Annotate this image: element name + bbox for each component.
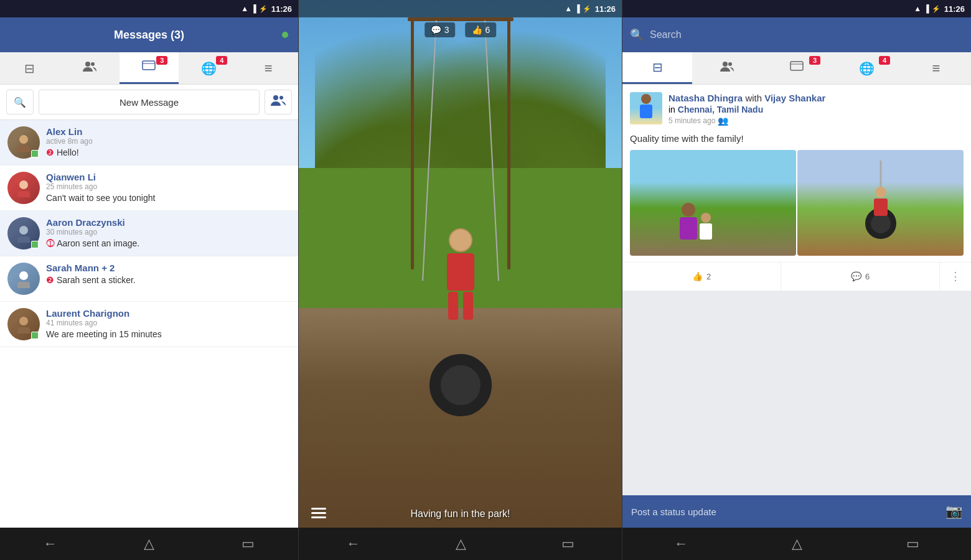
avatar-wrap-qian (7, 172, 40, 204)
recents-button-p1[interactable]: ▭ (229, 531, 267, 557)
tab-messages-p1[interactable]: 3 (120, 52, 179, 84)
swing-post-right (507, 17, 510, 269)
post-img-1[interactable] (630, 150, 796, 256)
recents-button-p3[interactable]: ▭ (894, 531, 932, 557)
back-button-p3[interactable]: ← (662, 531, 700, 557)
signal-icon-p3: ▐ (924, 4, 929, 13)
messages-badge-p1: 3 (156, 56, 167, 65)
avatar-person-sarah (7, 263, 40, 295)
message-item-alex[interactable]: Alex Lin active 8m ago ❷ Hello! (0, 120, 298, 166)
svg-rect-9 (17, 191, 30, 197)
new-message-label: New Message (120, 97, 179, 108)
sender-qian: Qianwen Li (46, 172, 291, 182)
tagged-person: Vijay Shankar (764, 93, 825, 103)
swing-frame (405, 17, 517, 437)
location-prefix: in (668, 105, 678, 114)
back-button-p1[interactable]: ← (31, 531, 70, 557)
svg-rect-2 (143, 61, 155, 70)
photo-fullscreen[interactable]: 💬 3 👍 6 Having fun in the park! (299, 0, 622, 560)
svg-rect-18 (311, 516, 326, 518)
avatar-wrap-sarah (7, 263, 40, 295)
message-item-laurent[interactable]: Laurent Charignon 41 minutes ago We are … (0, 302, 298, 347)
messages-title: Messages (3) (114, 29, 184, 42)
online-indicator-aaron (31, 241, 39, 248)
feed-panel: ▲ ▐ ⚡ 11:26 🔍 ⊟ (622, 0, 971, 560)
wifi-icon-p2: ▲ (565, 4, 572, 13)
post-text: Quality time with the family! (622, 133, 971, 150)
status-update-placeholder[interactable]: Post a status update (631, 506, 945, 517)
time-aaron: 30 minutes ago (46, 228, 291, 236)
status-time-p3: 11:26 (944, 4, 965, 14)
post-actions: 👍 2 💬 6 ⋮ (622, 262, 971, 291)
wifi-icon-p3: ▲ (914, 4, 921, 13)
home-button-p3[interactable]: △ (779, 531, 815, 557)
message-content-sarah: Sarah Mann + 2 ❷ Sarah sent a sticker. (46, 263, 291, 285)
message-content-qian: Qianwen Li 25 minutes ago Can't wait to … (46, 172, 291, 203)
like-action[interactable]: 👍 2 (622, 263, 781, 291)
feed-tab-menu[interactable]: ≡ (901, 52, 971, 84)
svg-rect-17 (311, 512, 326, 514)
post-card: Natasha Dhingra with Vijay Shankar in Ch… (622, 85, 971, 291)
like-icon: 👍 (692, 271, 703, 281)
comment-action[interactable]: 💬 6 (781, 263, 940, 291)
tab-globe-p1[interactable]: 🌐 4 (179, 52, 238, 84)
post-img-2[interactable] (797, 150, 964, 256)
status-bar-panel3: ▲ ▐ ⚡ 11:26 (622, 0, 971, 17)
status-icons-p1: ▲ ▐ ⚡ (241, 4, 267, 13)
sender-sarah: Sarah Mann + 2 (46, 263, 291, 273)
home-icon-p3: ⊟ (652, 60, 663, 75)
tab-menu-p1[interactable]: ≡ (238, 52, 298, 84)
home-button-p2[interactable]: △ (443, 531, 479, 557)
post-time: 5 minutes ago 👥 (668, 116, 964, 126)
error-icon-aaron: ⓵ (46, 238, 57, 248)
online-indicator-alex (31, 150, 39, 157)
feed-tab-globe[interactable]: 🌐 4 (832, 52, 901, 84)
camera-button[interactable]: 📷 (945, 503, 962, 520)
child-leg-left (448, 292, 458, 320)
swing-tire (429, 354, 492, 416)
search-icon-p1: 🔍 (14, 96, 26, 108)
feed-tab-home[interactable]: ⊟ (622, 52, 692, 84)
search-input-p3[interactable] (650, 29, 964, 40)
swing-chain-r (484, 21, 499, 281)
message-item-aaron[interactable]: Aaron Draczynski 30 minutes ago ⓵ Aaron … (0, 211, 298, 256)
back-button-p2[interactable]: ← (334, 531, 373, 557)
child-legs (448, 292, 473, 320)
tab-people-p1[interactable] (60, 52, 120, 84)
location-name: Chennai, Tamil Nadu (678, 105, 763, 114)
message-list: Alex Lin active 8m ago ❷ Hello! (0, 120, 298, 528)
feed-tab-messages[interactable]: 3 (762, 52, 832, 84)
post-images (622, 150, 971, 262)
more-action[interactable]: ⋮ (940, 263, 971, 291)
messages-panel: ▲ ▐ ⚡ 11:26 Messages (3) ⊟ (0, 0, 299, 560)
contacts-button[interactable] (265, 90, 292, 114)
messages-icon-p3 (790, 61, 804, 75)
message-item-qian[interactable]: Qianwen Li 25 minutes ago Can't wait to … (0, 166, 298, 211)
search-icon-p3: 🔍 (630, 28, 644, 42)
people-icon-p3 (720, 61, 734, 75)
comment-count: 6 (865, 272, 870, 281)
messages-tab-icon (142, 60, 156, 75)
child-figure (447, 228, 474, 320)
message-item-sarah[interactable]: Sarah Mann + 2 ❷ Sarah sent a sticker. (0, 256, 298, 302)
new-message-button[interactable]: New Message (39, 90, 260, 114)
globe-badge-p1: 4 (216, 56, 227, 65)
svg-point-4 (273, 95, 278, 100)
badge-icon-alex: ❷ (46, 147, 57, 157)
svg-point-8 (19, 180, 28, 189)
post-avatar-img (630, 92, 662, 124)
search-button-p1[interactable]: 🔍 (6, 90, 34, 114)
tab-home-p1[interactable]: ⊟ (0, 52, 60, 84)
more-icon: ⋮ (950, 269, 961, 283)
photo-caption: Having fun in the park! (299, 508, 622, 520)
preview-aaron: ⓵ Aaron sent an image. (46, 238, 291, 248)
recents-button-p2[interactable]: ▭ (549, 531, 587, 557)
time-laurent: 41 minutes ago (46, 319, 291, 327)
author-with: with (745, 93, 764, 103)
feed-tab-people[interactable] (692, 52, 762, 84)
wifi-icon: ▲ (241, 4, 248, 13)
photo-menu-button[interactable] (311, 506, 326, 523)
home-button-p1[interactable]: △ (131, 531, 167, 557)
svg-point-5 (279, 96, 283, 100)
avatar-qian (7, 172, 40, 204)
